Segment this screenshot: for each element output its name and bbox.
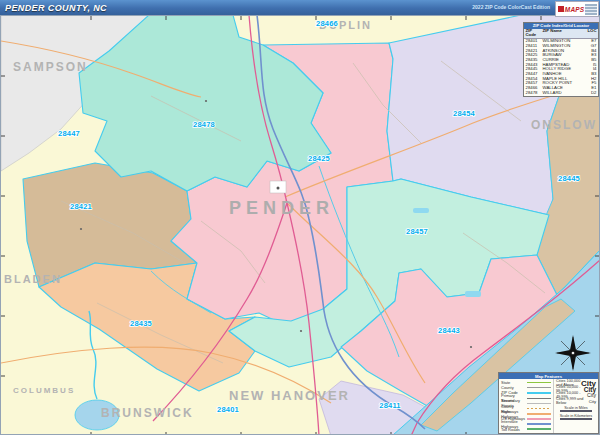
label-county-brunswick: BRUNSWICK	[101, 406, 194, 420]
cell-loc: D2	[588, 91, 597, 96]
state-hwy-line-sample	[527, 413, 551, 415]
brand-logo: MAPS	[555, 1, 599, 17]
zip-label-28478: 28478	[193, 120, 215, 129]
logo-mark-icon	[558, 6, 564, 12]
title-bar: PENDER COUNTY, NC 2022 ZIP Code ColorCas…	[0, 0, 600, 15]
toll-line-sample	[527, 428, 551, 430]
legend-feature-list: State County ZIP Code Primary Streets Se…	[499, 379, 553, 433]
zip-label-28457: 28457	[406, 227, 428, 236]
zip-label-28435: 28435	[130, 319, 152, 328]
zip-label-28454: 28454	[453, 109, 475, 118]
zip-index-table: ZIP Code Index/Grid Locator ZIP Code ZIP…	[523, 22, 599, 97]
edition-label: 2022 ZIP Code ColorCast Edition	[472, 4, 550, 10]
label-county-columbus: COLUMBUS	[13, 386, 75, 395]
map-canvas: SAMPSON DUPLIN ONSLOW BLADEN COLUMBUS BR…	[0, 15, 600, 435]
map-title: PENDER COUNTY, NC	[0, 3, 107, 13]
zip-label-28425: 28425	[308, 154, 330, 163]
label-county-onslow: ONSLOW	[531, 118, 597, 132]
col-zip-name: ZIP Name	[543, 29, 588, 38]
city-sample-text: City	[589, 399, 596, 404]
zip-label-28447: 28447	[58, 129, 80, 138]
zip-label-28466: 28466	[316, 19, 338, 28]
lake-1	[413, 208, 429, 213]
scale-miles-bar	[560, 410, 592, 413]
state-line-sample	[527, 382, 551, 383]
us-hwy-line-sample	[527, 418, 551, 420]
legend-row-toll: Toll Roads	[501, 427, 551, 432]
cell-name: WILLARD	[543, 91, 588, 96]
label-county-pender: PENDER	[229, 198, 334, 218]
label-county-sampson: SAMPSON	[13, 60, 88, 74]
brand-name: MAPS	[565, 6, 585, 13]
zip-label-28411: 28411	[379, 401, 400, 410]
zip-line-sample	[527, 392, 551, 394]
map-poster: PENDER COUNTY, NC 2022 ZIP Code ColorCas…	[0, 0, 600, 435]
lake-2	[465, 291, 481, 297]
label-county-new-hanover: NEW HANOVER	[229, 388, 350, 403]
scale-km-label: Scale in Kilometers	[556, 414, 596, 418]
table-row: 28478WILLARDD2	[524, 91, 598, 96]
legend-label: Toll Roads	[501, 427, 527, 432]
city-class-label: Cities 9,999 and Below	[556, 397, 589, 405]
secondary-line-sample	[527, 403, 551, 404]
scale-km-bar	[560, 418, 592, 421]
scale-bar-kilometers: Scale in Kilometers	[556, 414, 596, 421]
label-county-bladen: BLADEN	[4, 273, 62, 285]
zip-label-28445: 28445	[558, 174, 580, 183]
zip-label-28443: 28443	[438, 326, 460, 335]
zip-label-28421: 28421	[70, 202, 92, 211]
logo-detail-block	[585, 4, 597, 15]
scale-bar-miles: Scale in Miles	[556, 406, 596, 413]
interstate-line-sample	[527, 423, 551, 425]
county-line-sample	[527, 387, 551, 388]
county-hwy-line-sample	[527, 408, 551, 409]
zip-label-28401: 28401	[217, 405, 239, 414]
map-legend: Map Features State County ZIP Code Prima…	[498, 372, 599, 434]
city-class-row: Cities 9,999 and BelowCity	[556, 398, 596, 404]
col-zip-code: ZIP Code	[526, 29, 543, 38]
legend-city-classes: Cities 100,000 and AboveCity Cities 50,0…	[553, 379, 598, 433]
col-loc: LOC	[588, 29, 597, 38]
cell-zip: 28478	[526, 91, 543, 96]
primary-line-sample	[527, 398, 551, 399]
